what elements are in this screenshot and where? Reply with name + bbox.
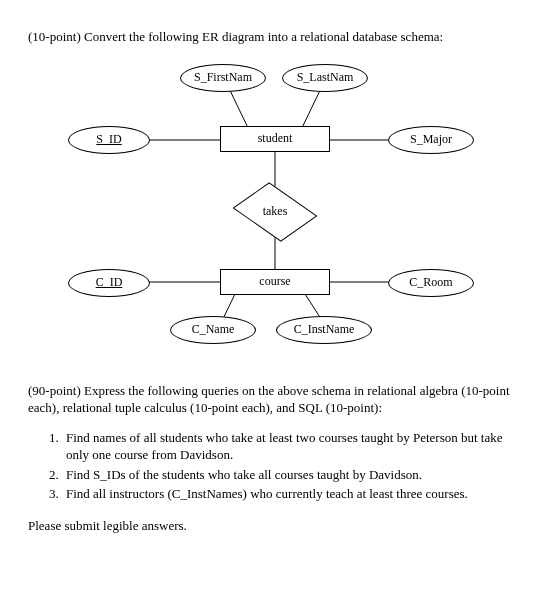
attr-s-major: S_Major (388, 126, 474, 154)
attr-c-room: C_Room (388, 269, 474, 297)
query-list: Find names of all students who take at l… (62, 429, 512, 503)
er-diagram: student S_FirstNam S_LastNam S_ID S_Majo… (60, 60, 480, 360)
footer-note: Please submit legible answers. (28, 517, 512, 535)
query-item-1: Find names of all students who take at l… (62, 429, 512, 464)
query-item-3: Find all instructors (C_InstNames) who c… (62, 485, 512, 503)
attr-s-firstnam: S_FirstNam (180, 64, 266, 92)
relationship-takes: takes (246, 190, 304, 234)
attr-s-id-label: S_ID (96, 131, 121, 147)
attr-s-lastnam-label: S_LastNam (297, 69, 354, 85)
relationship-takes-label: takes (246, 190, 304, 234)
entity-course: course (220, 269, 330, 295)
attr-s-firstnam-label: S_FirstNam (194, 69, 252, 85)
entity-student-label: student (258, 130, 293, 146)
query-item-2: Find S_IDs of the students who take all … (62, 466, 512, 484)
attr-c-name-label: C_Name (192, 321, 235, 337)
prompt-queries: (90-point) Express the following queries… (28, 382, 512, 417)
attr-c-id-label: C_ID (96, 274, 123, 290)
attr-c-name: C_Name (170, 316, 256, 344)
entity-course-label: course (259, 273, 290, 289)
attr-c-room-label: C_Room (409, 274, 452, 290)
attr-c-id: C_ID (68, 269, 150, 297)
entity-student: student (220, 126, 330, 152)
attr-s-lastnam: S_LastNam (282, 64, 368, 92)
attr-c-instname-label: C_InstName (294, 321, 355, 337)
prompt-schema-convert: (10-point) Convert the following ER diag… (28, 28, 512, 46)
attr-s-major-label: S_Major (410, 131, 452, 147)
attr-s-id: S_ID (68, 126, 150, 154)
attr-c-instname: C_InstName (276, 316, 372, 344)
